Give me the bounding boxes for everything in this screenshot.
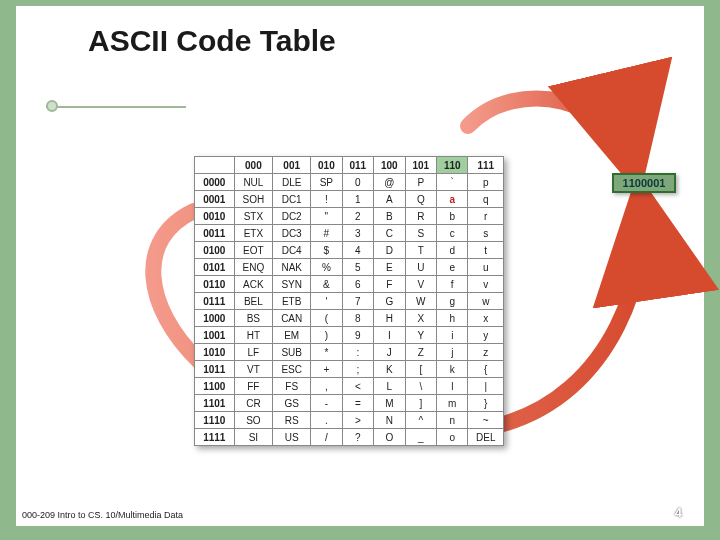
- table-cell: CAN: [273, 310, 311, 327]
- table-cell: u: [468, 259, 504, 276]
- table-cell: +: [311, 361, 342, 378]
- table-cell: o: [437, 429, 468, 446]
- table-cell: ;: [342, 361, 373, 378]
- ascii-table-figure: 000001010011100101110111 0000NULDLESP0@P…: [194, 156, 504, 446]
- table-cell: (: [311, 310, 342, 327]
- table-cell: |: [468, 378, 504, 395]
- row-header: 1111: [195, 429, 235, 446]
- table-cell: *: [311, 344, 342, 361]
- table-cell: =: [342, 395, 373, 412]
- table-cell: H: [374, 310, 405, 327]
- table-cell: P: [405, 174, 436, 191]
- row-header: 0000: [195, 174, 235, 191]
- table-cell: \: [405, 378, 436, 395]
- row-header: 1101: [195, 395, 235, 412]
- table-cell: {: [468, 361, 504, 378]
- table-cell: K: [374, 361, 405, 378]
- table-cell: SO: [234, 412, 273, 429]
- table-row: 0001SOHDC1!1AQaq: [195, 191, 504, 208]
- table-cell: B: [374, 208, 405, 225]
- table-cell: a: [437, 191, 468, 208]
- table-cell: X: [405, 310, 436, 327]
- table-cell: ENQ: [234, 259, 273, 276]
- table-cell: G: [374, 293, 405, 310]
- row-header: 0010: [195, 208, 235, 225]
- table-cell: DC4: [273, 242, 311, 259]
- table-cell: O: [374, 429, 405, 446]
- table-cell: DC3: [273, 225, 311, 242]
- table-cell: R: [405, 208, 436, 225]
- table-cell: FF: [234, 378, 273, 395]
- corner-cell: [195, 157, 235, 174]
- row-header: 1100: [195, 378, 235, 395]
- ascii-table-body: 0000NULDLESP0@P`p0001SOHDC1!1AQaq0010STX…: [195, 174, 504, 446]
- table-cell: NAK: [273, 259, 311, 276]
- table-cell: p: [468, 174, 504, 191]
- table-cell: DC1: [273, 191, 311, 208]
- table-cell: y: [468, 327, 504, 344]
- table-cell: ^: [405, 412, 436, 429]
- col-header: 000: [234, 157, 273, 174]
- table-cell: ?: [342, 429, 373, 446]
- slide: ASCII Code Table 00000101001110010111011…: [16, 6, 704, 526]
- table-row: 0010STXDC2"2BRbr: [195, 208, 504, 225]
- table-cell: [: [405, 361, 436, 378]
- table-cell: b: [437, 208, 468, 225]
- table-cell: ): [311, 327, 342, 344]
- table-cell: J: [374, 344, 405, 361]
- table-cell: HT: [234, 327, 273, 344]
- table-cell: k: [437, 361, 468, 378]
- table-cell: -: [311, 395, 342, 412]
- row-header: 0011: [195, 225, 235, 242]
- table-cell: l: [437, 378, 468, 395]
- table-cell: !: [311, 191, 342, 208]
- row-header: 1011: [195, 361, 235, 378]
- table-cell: SOH: [234, 191, 273, 208]
- table-cell: CR: [234, 395, 273, 412]
- table-cell: ,: [311, 378, 342, 395]
- table-cell: .: [311, 412, 342, 429]
- table-cell: v: [468, 276, 504, 293]
- table-cell: RS: [273, 412, 311, 429]
- table-cell: DLE: [273, 174, 311, 191]
- table-cell: L: [374, 378, 405, 395]
- table-cell: ETX: [234, 225, 273, 242]
- table-cell: STX: [234, 208, 273, 225]
- table-cell: FS: [273, 378, 311, 395]
- table-cell: z: [468, 344, 504, 361]
- table-cell: #: [311, 225, 342, 242]
- col-header-row: 000001010011100101110111: [195, 157, 504, 174]
- table-cell: E: [374, 259, 405, 276]
- table-cell: GS: [273, 395, 311, 412]
- table-cell: w: [468, 293, 504, 310]
- table-cell: j: [437, 344, 468, 361]
- table-cell: f: [437, 276, 468, 293]
- table-cell: W: [405, 293, 436, 310]
- table-cell: }: [468, 395, 504, 412]
- table-cell: SYN: [273, 276, 311, 293]
- table-cell: EOT: [234, 242, 273, 259]
- table-cell: F: [374, 276, 405, 293]
- table-cell: BS: [234, 310, 273, 327]
- row-header: 1000: [195, 310, 235, 327]
- table-cell: `: [437, 174, 468, 191]
- table-cell: D: [374, 242, 405, 259]
- table-row: 1011VTESC+;K[k{: [195, 361, 504, 378]
- table-cell: 7: [342, 293, 373, 310]
- table-cell: Y: [405, 327, 436, 344]
- col-header: 011: [342, 157, 373, 174]
- table-row: 0110ACKSYN&6FVfv: [195, 276, 504, 293]
- table-cell: A: [374, 191, 405, 208]
- table-cell: 6: [342, 276, 373, 293]
- accent-bullet-icon: [46, 100, 58, 112]
- page-number: 4: [675, 505, 682, 520]
- table-row: 1101CRGS-=M]m}: [195, 395, 504, 412]
- table-cell: t: [468, 242, 504, 259]
- row-header: 1110: [195, 412, 235, 429]
- table-cell: m: [437, 395, 468, 412]
- accent-line: [46, 106, 186, 108]
- table-cell: V: [405, 276, 436, 293]
- table-cell: x: [468, 310, 504, 327]
- table-cell: h: [437, 310, 468, 327]
- table-cell: ESC: [273, 361, 311, 378]
